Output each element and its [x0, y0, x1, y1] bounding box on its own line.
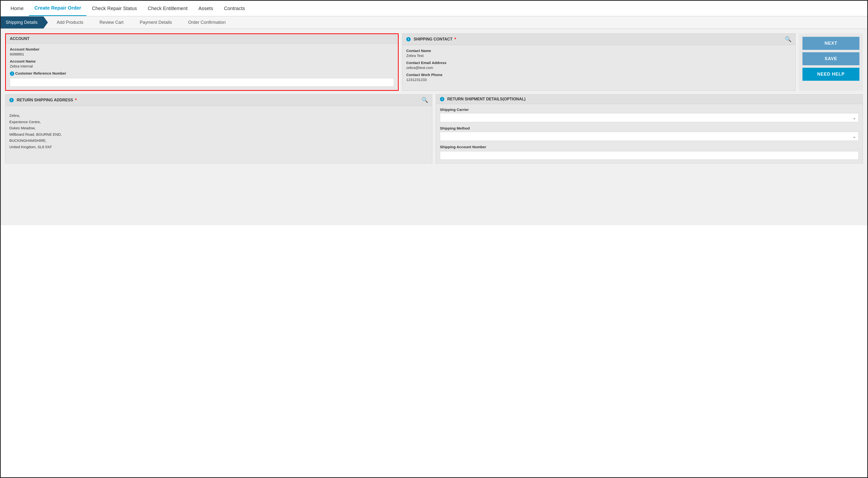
info-icon-customer-ref: i — [10, 71, 14, 76]
nav-bar: Home Create Repair Order Check Repair St… — [1, 1, 867, 17]
shipping-account-number-input[interactable] — [440, 151, 859, 160]
main-content: ACCOUNT Account Number 6088861 Account N… — [1, 29, 867, 225]
nav-assets[interactable]: Assets — [193, 1, 218, 16]
contact-name-label: Contact Name — [406, 49, 792, 53]
return-shipping-required: * — [75, 98, 77, 103]
wizard-step-review-cart[interactable]: Review Cart — [91, 17, 131, 28]
account-card-header: ACCOUNT — [6, 34, 398, 44]
info-icon-shipping-contact: i — [406, 37, 411, 41]
need-help-button[interactable]: NEED HELP — [802, 68, 860, 81]
shipping-contact-required: * — [454, 37, 456, 42]
contact-email-value: zebra@test.com — [406, 65, 792, 70]
return-shipping-label: RETURN SHIPPING ADDRESS — [17, 98, 73, 102]
shipping-contact-card: i SHIPPING CONTACT * 🔍 Contact Name Zebr… — [402, 33, 796, 91]
info-icon-return-shipment: i — [440, 97, 444, 101]
return-shipment-body: Shipping Carrier ⌄ Shipping Method ⌄ Shi… — [436, 104, 863, 163]
shipping-carrier-select[interactable] — [440, 113, 859, 122]
shipping-method-select[interactable] — [440, 132, 859, 141]
shipping-contact-label: SHIPPING CONTACT — [414, 37, 453, 41]
search-icon-return-shipping[interactable]: 🔍 — [422, 97, 428, 103]
contact-email-label: Contact Email Address — [406, 61, 792, 65]
shipping-method-wrapper: ⌄ — [440, 132, 859, 141]
info-icon-return-shipping: i — [9, 98, 14, 102]
customer-ref-label: iCustomer Reference Number — [10, 71, 394, 76]
nav-create-repair-order[interactable]: Create Repair Order — [29, 1, 86, 16]
nav-check-repair-status[interactable]: Check Repair Status — [86, 1, 142, 16]
account-number-label: Account Number — [10, 47, 394, 51]
return-shipment-card: i RETURN SHIPMENT DETAILS(OPTIONAL) Ship… — [436, 94, 863, 163]
action-buttons-panel: NEXT SAVE NEED HELP — [799, 33, 863, 91]
nav-home[interactable]: Home — [5, 1, 29, 16]
wizard-step-order-confirmation[interactable]: Order Confirmation — [179, 17, 233, 28]
return-shipping-card: i RETURN SHIPPING ADDRESS * 🔍 Zebra,Expe… — [5, 94, 432, 163]
return-shipping-address: Zebra,Experience Centre,Dukes Meadow,Mil… — [9, 109, 428, 150]
shipping-contact-body: Contact Name Zebra Test Contact Email Ad… — [402, 45, 795, 87]
save-button[interactable]: SAVE — [802, 52, 860, 65]
contact-name-value: Zebra Test — [406, 54, 792, 58]
shipping-contact-header: i SHIPPING CONTACT * 🔍 — [402, 34, 795, 45]
wizard-bar: Shipping Details Add Products Review Car… — [1, 17, 867, 29]
account-name-value: Zebra Internal — [10, 64, 394, 68]
shipping-method-label: Shipping Method — [440, 126, 859, 130]
account-name-label: Account Name — [10, 59, 394, 63]
account-number-value: 6088861 — [10, 52, 394, 56]
shipping-carrier-label: Shipping Carrier — [440, 107, 859, 111]
search-icon-shipping-contact[interactable]: 🔍 — [785, 36, 792, 42]
nav-check-entitlement[interactable]: Check Entitlement — [143, 1, 193, 16]
account-header-label: ACCOUNT — [10, 37, 29, 41]
return-shipment-label: RETURN SHIPMENT DETAILS(OPTIONAL) — [447, 97, 526, 101]
customer-ref-input[interactable] — [10, 78, 394, 87]
wizard-step-shipping-details[interactable]: Shipping Details — [1, 17, 48, 28]
next-button[interactable]: NEXT — [802, 37, 860, 50]
account-card-body: Account Number 6088861 Account Name Zebr… — [6, 44, 398, 90]
contact-phone-label: Contact Work Phone — [406, 73, 792, 77]
return-shipment-header: i RETURN SHIPMENT DETAILS(OPTIONAL) — [436, 94, 863, 104]
wizard-step-add-products[interactable]: Add Products — [48, 17, 91, 28]
nav-contracts[interactable]: Contracts — [218, 1, 250, 16]
account-card: ACCOUNT Account Number 6088861 Account N… — [5, 33, 399, 91]
return-shipping-body: Zebra,Experience Centre,Dukes Meadow,Mil… — [5, 106, 432, 153]
shipping-carrier-wrapper: ⌄ — [440, 113, 859, 122]
return-shipping-header: i RETURN SHIPPING ADDRESS * 🔍 — [5, 94, 432, 106]
shipping-account-number-label: Shipping Account Number — [440, 145, 859, 149]
contact-phone-value: 1231231233 — [406, 77, 792, 82]
wizard-step-payment-details[interactable]: Payment Details — [131, 17, 179, 28]
